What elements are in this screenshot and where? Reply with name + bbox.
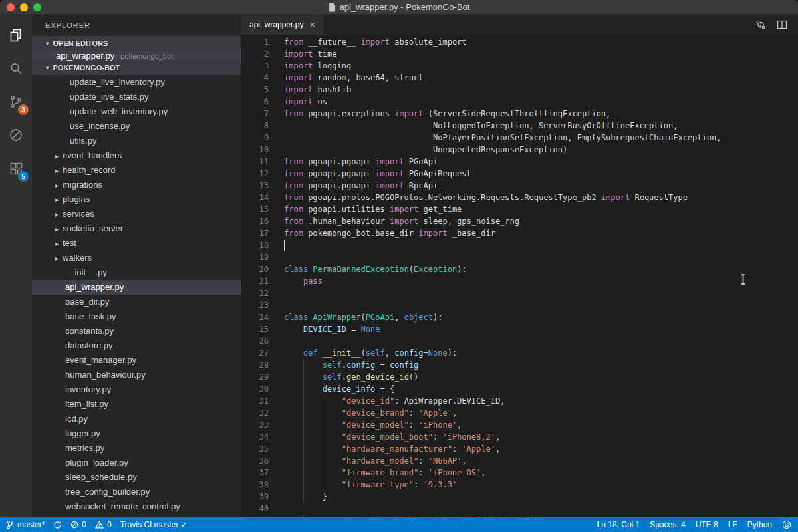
zoom-window-button[interactable] — [33, 3, 41, 11]
activity-bar-explorer[interactable] — [0, 19, 32, 52]
sync-status[interactable] — [53, 517, 62, 532]
tree-file-inventory.py[interactable]: inventory.py — [32, 382, 241, 397]
code-line[interactable]: 15from pgoapi.utilities import get_time — [241, 203, 798, 215]
code-line[interactable]: 40 — [241, 503, 798, 515]
split-editor-icon[interactable] — [777, 19, 787, 30]
travis-status[interactable]: Travis CI master ✓ — [120, 517, 188, 532]
tree-file-item_list.py[interactable]: item_list.py — [32, 397, 241, 412]
cursor-position[interactable]: Ln 18, Col 1 — [597, 517, 640, 532]
git-branch-status[interactable]: master* — [7, 517, 45, 532]
folder-section-header[interactable]: ▾ POKEMONGO-BOT — [32, 61, 241, 75]
tree-folder-socketio_server[interactable]: ▸socketio_server — [32, 221, 241, 236]
code-line[interactable]: 18 — [241, 239, 798, 251]
code-line[interactable]: 31 "device_id": ApiWrapper.DEVICE_ID, — [241, 395, 798, 407]
language-mode[interactable]: Python — [747, 517, 772, 532]
tree-folder-health_record[interactable]: ▸health_record — [32, 163, 241, 178]
open-editors-header[interactable]: ▾ OPEN EDITORS — [32, 36, 241, 51]
activity-bar-extensions[interactable]: 5 — [0, 152, 32, 185]
tree-file-datastore.py[interactable]: datastore.py — [32, 338, 241, 353]
tree-file-human_behaviour.py[interactable]: human_behaviour.py — [32, 368, 241, 382]
code-editor[interactable]: 1from __future__ import absolute_import2… — [241, 35, 798, 517]
tree-file-api_wrapper.py[interactable]: api_wrapper.py — [32, 280, 241, 295]
code-line[interactable]: 2import time — [241, 48, 798, 60]
code-line[interactable]: 25 DEVICE_ID = None — [241, 323, 798, 335]
code-line[interactable]: 22 — [241, 287, 798, 299]
code-line[interactable]: 24class ApiWrapper(PGoApi, object): — [241, 311, 798, 323]
tree-file-lcd.py[interactable]: lcd.py — [32, 412, 241, 426]
code-line[interactable]: 36 "hardware_model": 'N66AP', — [241, 455, 798, 467]
code-line[interactable]: 11from pgoapi.pgoapi import PGoApi — [241, 156, 798, 168]
code-line[interactable]: 37 "firmware_brand": 'iPhone OS', — [241, 467, 798, 479]
code-line[interactable]: 7from pgoapi.exceptions import (ServerSi… — [241, 108, 798, 120]
code-line[interactable]: 5import hashlib — [241, 84, 798, 96]
feedback[interactable] — [782, 517, 791, 532]
tree-file-update_live_stats.py[interactable]: update_live_stats.py — [32, 90, 241, 104]
code-line[interactable]: 28 self.config = config — [241, 359, 798, 371]
code-line[interactable]: 26 — [241, 335, 798, 347]
encoding[interactable]: UTF-8 — [696, 517, 718, 532]
minimize-window-button[interactable] — [20, 3, 28, 11]
tree-file-sleep_schedule.py[interactable]: sleep_schedule.py — [32, 470, 241, 485]
code-line[interactable]: 27 def __init__(self, config=None): — [241, 347, 798, 359]
tab-api_wrapper.py[interactable]: api_wrapper.py× — [241, 15, 324, 35]
open-changes-icon[interactable] — [755, 19, 766, 30]
tree-file-constants.py[interactable]: constants.py — [32, 324, 241, 338]
code-line[interactable]: 8 NotLoggedInException, ServerBusyOrOffl… — [241, 120, 798, 132]
code-line[interactable]: 39 } — [241, 491, 798, 503]
code-line[interactable]: 32 "device_brand": 'Apple', — [241, 407, 798, 419]
code-line[interactable]: 23 — [241, 299, 798, 311]
code-line[interactable]: 35 "hardware_manufacturer": 'Apple', — [241, 443, 798, 455]
tree-file-base_dir.py[interactable]: base_dir.py — [32, 295, 241, 309]
tree-file-use_incense.py[interactable]: use_incense.py — [32, 119, 241, 134]
code-line[interactable]: 29 self.gen_device_id() — [241, 371, 798, 383]
smiley-icon — [782, 520, 791, 529]
code-line[interactable]: 6import os — [241, 96, 798, 108]
warnings-status[interactable]: 0 — [95, 517, 112, 532]
tree-file-tree_config_builder.py[interactable]: tree_config_builder.py — [32, 485, 241, 499]
code-line[interactable]: 10 UnexpectedResponseException) — [241, 144, 798, 156]
code-line[interactable]: 17from pokemongo_bot.base_dir import _ba… — [241, 227, 798, 239]
code-line[interactable]: 20class PermaBannedException(Exception): — [241, 263, 798, 275]
tree-file-event_manager.py[interactable]: event_manager.py — [32, 353, 241, 368]
code-line[interactable]: 41 PGoApi.__init__(self, device_info=dev… — [241, 515, 798, 517]
close-tab-icon[interactable]: × — [309, 20, 315, 29]
code-line[interactable]: 9 NoPlayerPositionSetException, EmptySub… — [241, 132, 798, 144]
tree-file-plugin_loader.py[interactable]: plugin_loader.py — [32, 456, 241, 470]
code-line[interactable]: 3import logging — [241, 60, 798, 72]
code-line[interactable]: 13from pgoapi.pgoapi import RpcApi — [241, 180, 798, 192]
errors-status[interactable]: 0 — [70, 517, 86, 532]
tree-file-__init__.py[interactable]: __init__.py — [32, 265, 241, 280]
tree-folder-services[interactable]: ▸services — [32, 207, 241, 221]
tree-file-metrics.py[interactable]: metrics.py — [32, 441, 241, 456]
tree-file-update_live_inventory.py[interactable]: update_live_inventory.py — [32, 75, 241, 90]
code-line[interactable]: 12from pgoapi.pgoapi import PGoApiReques… — [241, 168, 798, 180]
code-line[interactable]: 4import random, base64, struct — [241, 72, 798, 84]
tree-folder-migrations[interactable]: ▸migrations — [32, 178, 241, 192]
tree-file-logger.py[interactable]: logger.py — [32, 426, 241, 441]
close-window-button[interactable] — [7, 3, 15, 11]
code-line[interactable]: 16from .human_behaviour import sleep, gp… — [241, 215, 798, 227]
code-line[interactable]: 34 "device_model_boot": 'iPhone8,2', — [241, 431, 798, 443]
eol[interactable]: LF — [728, 517, 737, 532]
activity-bar-source-control[interactable]: 3 — [0, 85, 32, 118]
tree-file-update_web_inventory.py[interactable]: update_web_inventory.py — [32, 104, 241, 119]
open-editor-item[interactable]: api_wrapper.pypokemongo_bot — [32, 51, 241, 61]
tree-folder-test[interactable]: ▸test — [32, 236, 241, 251]
code-line[interactable]: 30 device_info = { — [241, 383, 798, 395]
tree-folder-walkers[interactable]: ▸walkers — [32, 251, 241, 265]
tree-file-base_task.py[interactable]: base_task.py — [32, 309, 241, 324]
title-bar[interactable]: api_wrapper.py - PokemonGo-Bot — [0, 0, 798, 15]
tree-folder-event_handlers[interactable]: ▸event_handlers — [32, 148, 241, 163]
code-line[interactable]: 14from pgoapi.protos.POGOProtos.Networki… — [241, 192, 798, 203]
activity-bar-search[interactable] — [0, 52, 32, 85]
activity-bar-debug[interactable] — [0, 118, 32, 152]
code-line[interactable]: 33 "device_model": 'iPhone', — [241, 419, 798, 431]
code-line[interactable]: 21 pass — [241, 275, 798, 287]
code-line[interactable]: 19 — [241, 251, 798, 263]
tree-folder-plugins[interactable]: ▸plugins — [32, 192, 241, 207]
indentation[interactable]: Spaces: 4 — [650, 517, 685, 532]
tree-file-utils.py[interactable]: utils.py — [32, 134, 241, 148]
code-line[interactable]: 1from __future__ import absolute_import — [241, 36, 798, 48]
code-line[interactable]: 38 "firmware_type": '9.3.3' — [241, 479, 798, 491]
tree-file-websocket_remote_control.py[interactable]: websocket_remote_control.py — [32, 499, 241, 514]
